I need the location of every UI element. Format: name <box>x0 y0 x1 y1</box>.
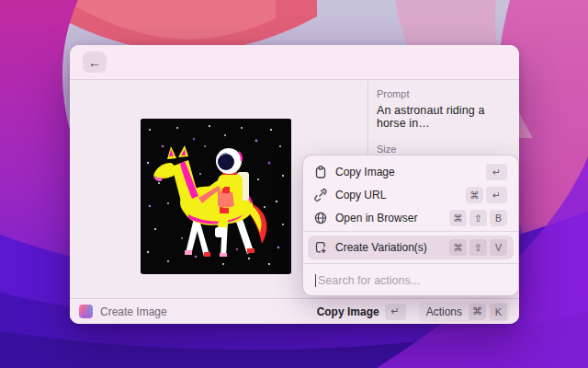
prompt-value: An astronaut riding a horse in… <box>377 104 510 130</box>
b-key-badge: B <box>490 210 507 226</box>
cmd-key-badge: ⌘ <box>466 187 483 203</box>
menu-item-create-variations[interactable]: Create Variation(s) ⌘ ⇧ V <box>308 236 514 259</box>
cmd-key-badge: ⌘ <box>449 210 467 226</box>
k-key-badge: K <box>490 304 507 320</box>
menu-item-label: Copy URL <box>335 189 386 201</box>
search-placeholder: Search for actions... <box>318 274 420 287</box>
actions-menu: Copy Image ↵ Copy URL ⌘ ↵ <box>302 155 519 296</box>
prompt-label: Prompt <box>377 88 510 99</box>
actions-button[interactable]: Actions ⌘ K <box>419 302 510 322</box>
menu-item-label: Open in Browser <box>335 212 417 224</box>
text-caret <box>315 274 316 287</box>
menu-item-copy-image[interactable]: Copy Image ↵ <box>308 160 514 183</box>
return-key-badge: ↵ <box>486 187 507 203</box>
shift-key-badge: ⇧ <box>469 210 487 226</box>
duplicate-icon <box>314 241 327 254</box>
astronaut-horse-illustration <box>141 119 291 273</box>
back-arrow-icon: ← <box>88 55 101 70</box>
link-icon <box>314 189 327 201</box>
back-button[interactable]: ← <box>83 52 107 73</box>
v-key-badge: V <box>490 239 507 256</box>
menu-divider <box>303 231 518 232</box>
menu-item-label: Copy Image <box>335 166 395 178</box>
menu-item-label: Create Variation(s) <box>335 241 427 254</box>
cmd-key-badge: ⌘ <box>449 239 467 256</box>
desktop: ← <box>0 0 588 368</box>
dalle-app-icon <box>79 305 93 318</box>
size-label: Size <box>377 144 510 155</box>
return-key-badge: ↵ <box>385 304 406 320</box>
primary-action-label[interactable]: Copy Image <box>317 305 379 318</box>
shift-key-badge: ⇧ <box>469 239 487 256</box>
window-header: ← <box>70 45 519 80</box>
actions-label: Actions <box>426 305 462 318</box>
menu-item-copy-url[interactable]: Copy URL ⌘ ↵ <box>308 183 514 206</box>
menu-item-open-in-browser[interactable]: Open in Browser ⌘ ⇧ B <box>308 206 514 229</box>
clipboard-icon <box>314 166 327 178</box>
globe-icon <box>314 212 327 224</box>
status-bar: Create Image Copy Image ↵ Actions ⌘ K <box>70 298 519 324</box>
cmd-key-badge: ⌘ <box>469 304 486 320</box>
return-key-badge: ↵ <box>486 164 507 180</box>
actions-search-input[interactable]: Search for actions... <box>303 264 518 296</box>
command-name: Create Image <box>100 305 167 318</box>
generated-image[interactable] <box>141 119 291 274</box>
